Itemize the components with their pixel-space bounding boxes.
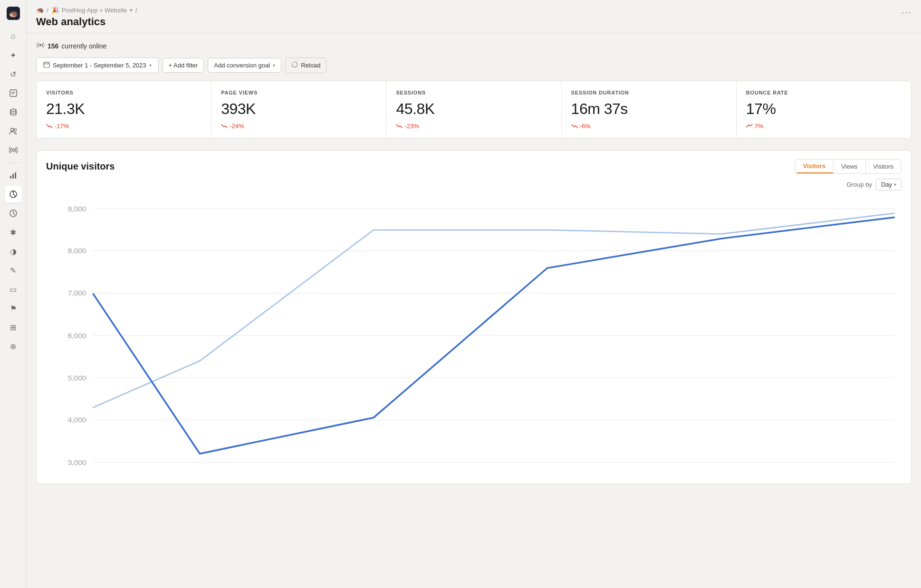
toolbar: September 1 - September 5, 2023 ▾ + Add … [36,57,911,73]
add-filter-label: + Add filter [169,62,198,69]
stat-bounce-rate-label: BOUNCE RATE [746,90,902,95]
chart-svg: 9,000 8,000 7,000 6,000 5,000 4,000 [46,195,902,476]
svg-rect-2 [10,90,17,96]
stat-visitors-value: 21.3K [46,100,201,118]
date-range-button[interactable]: September 1 - September 5, 2023 ▾ [36,57,159,73]
chart-area: 9,000 8,000 7,000 6,000 5,000 4,000 [37,190,911,484]
reload-button[interactable]: Reload [285,57,326,73]
breadcrumb-logo: 🦔 [36,7,44,14]
stat-bounce-rate: BOUNCE RATE 17% 7% [737,81,911,138]
breadcrumb-separator-2: / [135,7,137,14]
app-logo: 🦔 [5,5,22,22]
breadcrumb: 🦔 / 🎉 PostHog App + Website ▾ / [36,7,911,14]
page-header: 🦔 / 🎉 PostHog App + Website ▾ / Web anal… [27,0,921,33]
svg-text:5,000: 5,000 [68,374,86,382]
add-filter-button[interactable]: + Add filter [163,58,204,73]
calendar-icon [43,61,50,69]
grid-icon[interactable]: ⊞ [5,319,22,336]
chart-tab-views[interactable]: Views [833,160,865,173]
stat-visitors: VISITORS 21.3K -17% [37,81,211,138]
reload-icon [291,61,298,69]
chart-header: Unique visitors Visitors Views Visitors [37,151,911,174]
online-badge: 156 currently online [36,41,911,51]
main-content: 🦔 / 🎉 PostHog App + Website ▾ / Web anal… [27,0,921,588]
breadcrumb-project: PostHog App + Website [62,7,127,14]
group-by-dropdown-icon: ▾ [894,182,896,187]
broadcast-icon[interactable] [5,142,22,159]
conversion-dropdown-icon: ▾ [273,63,275,68]
stat-visitors-label: VISITORS [46,90,201,95]
conversion-goal-button[interactable]: Add conversion goal ▾ [208,58,281,73]
realtime-icon[interactable] [5,205,22,222]
stat-bounce-rate-value: 17% [746,100,902,118]
stat-session-duration-label: SESSION DURATION [571,90,727,95]
stat-session-duration-change: -6% [571,123,727,130]
light-line [93,213,895,408]
replay-icon[interactable]: ↺ [5,66,22,83]
more-options-button[interactable]: ··· [902,8,911,17]
svg-point-6 [11,128,14,131]
svg-rect-15 [44,62,49,67]
trend-down-icon-4 [571,123,578,130]
svg-text:🦔: 🦔 [9,9,18,18]
page-title: Web analytics [36,16,911,28]
svg-text:7,000: 7,000 [68,289,86,297]
online-count: 156 [48,42,58,50]
svg-point-14 [39,44,41,46]
stat-visitors-change: -17% [46,123,201,130]
comment-icon[interactable]: ▭ [5,281,22,298]
stat-pageviews-change: -24% [221,123,376,130]
svg-text:8,000: 8,000 [68,247,86,255]
header-actions: ··· [902,8,911,18]
breadcrumb-dropdown-icon[interactable]: ▾ [130,7,133,13]
sidebar: 🦔 ⌂ ✦ ↺ [0,0,27,588]
svg-text:4,000: 4,000 [68,416,86,424]
stat-sessions-label: SESSIONS [396,90,551,95]
network-icon[interactable]: ⊛ [5,338,22,355]
trend-down-icon-2 [221,123,228,130]
svg-point-7 [14,129,16,131]
stat-sessions: SESSIONS 45.8K -23% [386,81,561,138]
chart-title: Unique visitors [46,161,115,172]
chart-bar-icon[interactable] [5,167,22,184]
stat-bounce-rate-change: 7% [746,123,902,130]
stat-sessions-value: 45.8K [396,100,551,118]
svg-rect-10 [12,174,14,179]
wand-icon[interactable]: ✱ [5,224,22,241]
home-icon[interactable]: ⌂ [5,28,22,45]
rocket-icon[interactable]: ⚑ [5,300,22,317]
group-by-value: Day [881,181,892,188]
people-icon[interactable] [5,123,22,140]
date-range-label: September 1 - September 5, 2023 [53,62,146,69]
chart-section: Unique visitors Visitors Views Visitors … [36,150,911,484]
group-by-row: Group by Day ▾ [37,174,911,190]
stat-session-duration-value: 16m 37s [571,100,727,118]
reload-label: Reload [301,62,320,69]
toggle-icon[interactable]: ◑ [5,243,22,260]
sparkle-icon[interactable]: ✦ [5,47,22,64]
stat-sessions-change: -23% [396,123,551,130]
breadcrumb-separator-1: / [47,7,48,14]
stat-pageviews-label: PAGE VIEWS [221,90,376,95]
group-by-button[interactable]: Day ▾ [876,179,902,190]
notebook-icon[interactable] [5,85,22,102]
pen-icon[interactable]: ✎ [5,262,22,279]
trend-down-icon [46,123,53,130]
database-icon[interactable] [5,104,22,121]
stats-row: VISITORS 21.3K -17% PAGE VIEWS 393K [36,81,911,139]
chart-tab-visitors-2[interactable]: Visitors [865,160,901,173]
svg-rect-11 [15,172,16,179]
svg-point-8 [12,149,14,152]
svg-text:6,000: 6,000 [68,332,86,340]
web-analytics-icon[interactable] [5,186,22,203]
online-label: currently online [61,42,106,50]
chart-tabs: Visitors Views Visitors [795,159,902,174]
content-area: 156 currently online September 1 - Septe… [27,33,921,588]
group-by-label: Group by [846,181,872,188]
trend-up-icon [746,123,753,130]
broadcast-online-icon [36,41,45,51]
conversion-goal-label: Add conversion goal [214,62,270,69]
stat-session-duration: SESSION DURATION 16m 37s -6% [562,81,737,138]
chart-tab-visitors[interactable]: Visitors [796,160,833,173]
svg-point-5 [10,109,16,112]
